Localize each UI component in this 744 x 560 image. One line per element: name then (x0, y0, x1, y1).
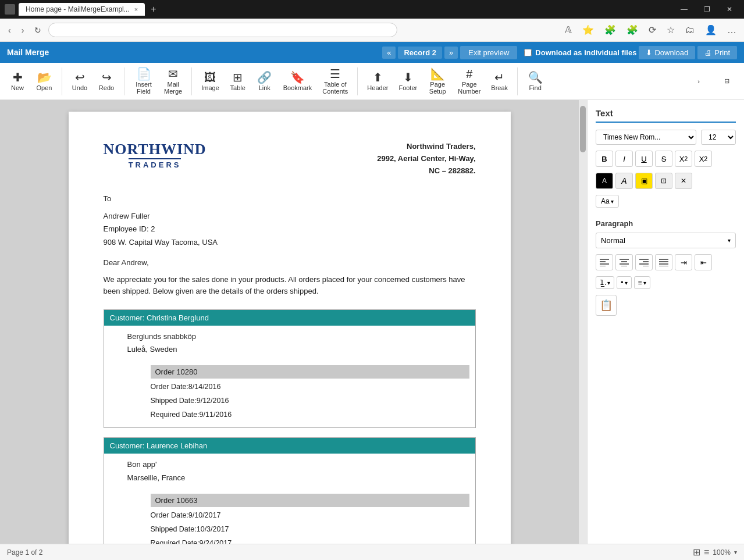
order-num-1-0: Order 10280 (151, 365, 469, 379)
minimize-button[interactable]: — (674, 5, 695, 13)
profile-icon[interactable]: 🧩 (624, 23, 641, 37)
italic-button[interactable]: I (615, 151, 633, 167)
align-justify-button[interactable] (655, 254, 672, 270)
page-number-button[interactable]: # Page Number (453, 66, 485, 97)
favorites-icon[interactable]: ⭐ (579, 23, 597, 37)
paragraph-style-dropdown[interactable]: Normal ▾ (596, 233, 736, 248)
strikethrough-button[interactable]: S (655, 151, 672, 167)
clear-format-button[interactable]: ✕ (675, 173, 692, 189)
maximize-button[interactable]: ❐ (697, 5, 717, 13)
undo-button[interactable]: ↩ Undo (67, 69, 92, 94)
bullet-list-button[interactable]: • ▾ (617, 276, 631, 289)
customer-name-2: Customer: Laurence Lebihan (110, 441, 208, 450)
underline-button[interactable]: U (635, 151, 653, 167)
superscript-button[interactable]: X2 (675, 151, 692, 167)
highlight-color-button[interactable]: ▣ (635, 173, 653, 189)
mail-merge-icon: ✉ (168, 68, 178, 80)
scrollbar-thumb[interactable] (580, 106, 586, 152)
open-button[interactable]: 📂 Open (31, 69, 57, 94)
tab-label: Home page - MailMergeExampl... (26, 5, 130, 13)
new-button[interactable]: ✚ New (5, 69, 30, 94)
extension-icon[interactable]: 🧩 (601, 23, 619, 37)
numbered-list-chevron: ▾ (607, 280, 610, 286)
prev-record-button[interactable]: « (382, 47, 396, 59)
back-button[interactable]: ‹ (5, 23, 15, 37)
font-family-select[interactable]: Times New Rom... (596, 130, 696, 145)
recipient-name: Andrew Fuller (104, 210, 476, 223)
list-view-icon[interactable]: ≡ (704, 547, 709, 558)
bookmark-icon: 🔖 (290, 72, 305, 83)
download-button[interactable]: ⬇ Download (639, 46, 695, 59)
break-button[interactable]: ↵ Break (486, 69, 512, 94)
mail-merge-button[interactable]: ✉ Mail Merge (159, 66, 187, 97)
settings-icon[interactable]: … (724, 23, 739, 37)
font-size-select[interactable]: 12 (701, 130, 736, 145)
find-button[interactable]: 🔍 Find (522, 69, 548, 94)
toolbar-panel-button[interactable]: ⊟ (714, 75, 739, 87)
refresh-button[interactable]: ↻ (31, 23, 45, 37)
url-box[interactable]: https://localhost:44389 (48, 23, 397, 37)
header-button[interactable]: ⬆ Header (362, 69, 393, 94)
font-row: Times New Rom... 12 (596, 130, 736, 145)
bold-button[interactable]: B (596, 151, 613, 167)
subscript-button[interactable]: X2 (695, 151, 712, 167)
align-right-button[interactable] (635, 254, 653, 270)
align-left-button[interactable] (596, 254, 613, 270)
panel-icon: ⊟ (724, 77, 729, 85)
collections-icon[interactable]: 🗂 (682, 23, 697, 37)
footer-icon: ⬇ (403, 72, 413, 83)
next-record-button[interactable]: » (444, 47, 458, 59)
toolbar-right: › ⊟ (686, 75, 739, 87)
url-input[interactable]: https://localhost:44389 (56, 26, 390, 34)
exit-preview-button[interactable]: Exit preview (460, 46, 517, 59)
zoom-dropdown-chevron[interactable]: ▾ (734, 549, 737, 555)
toolbar-expand-button[interactable]: › (686, 76, 711, 87)
page-number-label: Page Number (458, 81, 480, 95)
image-button[interactable]: 🖼 Image (197, 69, 224, 94)
grid-view-icon[interactable]: ⊞ (693, 547, 700, 558)
add-tab-button[interactable]: + (147, 4, 159, 15)
read-mode-icon[interactable]: 𝔸 (562, 23, 575, 37)
undo-label: Undo (72, 84, 87, 91)
page-setup-button[interactable]: 📐 Page Setup (423, 66, 452, 97)
align-center-button[interactable] (615, 254, 633, 270)
link-button[interactable]: 🔗 Link (252, 69, 277, 94)
numbered-list-icon: 1̲. (600, 279, 606, 287)
footer-label: Footer (398, 84, 417, 91)
indent-more-button[interactable]: ⇥ (675, 254, 692, 270)
title-bar: Home page - MailMergeExampl... × + — ❐ ✕ (0, 0, 744, 19)
download-individual-checkbox[interactable] (524, 49, 532, 56)
shipped-date-1-0: Shipped Date:9/12/2016 (151, 394, 469, 408)
record-label: Record 2 (398, 47, 442, 59)
multilevel-list-button[interactable]: ≡ ▾ (634, 276, 650, 289)
footer-button[interactable]: ⬇ Footer (394, 69, 422, 94)
document-area[interactable]: NORTHWIND TRADERS Northwind Traders, 299… (0, 100, 579, 544)
redo-button[interactable]: ↪ Redo (94, 69, 119, 94)
bookmark-button[interactable]: 🔖 Bookmark (279, 69, 317, 94)
bookmarks-icon[interactable]: ☆ (664, 23, 678, 37)
forward-button[interactable]: › (18, 23, 28, 37)
close-tab-button[interactable]: × (134, 6, 138, 13)
text-color-button[interactable]: A (596, 173, 613, 189)
document-page: NORTHWIND TRADERS Northwind Traders, 299… (69, 112, 511, 544)
insert-field-button[interactable]: 📄 Insert Field (129, 66, 158, 97)
customer-header-2: Customer: Laurence Lebihan (104, 438, 475, 454)
separator-3 (191, 67, 192, 95)
font-color-button[interactable]: A (615, 173, 633, 189)
format-row-1: B I U S X2 X2 (596, 151, 736, 167)
account-icon[interactable]: 👤 (702, 23, 720, 37)
find-label: Find (529, 84, 541, 91)
sync-icon[interactable]: ⟳ (646, 23, 659, 37)
indent-less-button[interactable]: ⇤ (695, 254, 712, 270)
scrollbar-track[interactable] (579, 100, 587, 544)
border-color-button[interactable]: ⊡ (655, 173, 672, 189)
table-button[interactable]: ⊞ Table (225, 69, 251, 94)
paste-button[interactable]: 📋 (596, 295, 617, 316)
print-button[interactable]: 🖨 Print (697, 46, 737, 59)
case-button[interactable]: Aa ▾ (596, 195, 619, 208)
browser-tab[interactable]: Home page - MailMergeExampl... × (19, 3, 145, 16)
close-window-button[interactable]: ✕ (720, 5, 739, 13)
toc-button[interactable]: ☰ Table of Contents (318, 66, 353, 97)
numbered-list-button[interactable]: 1̲. ▾ (596, 276, 614, 289)
customer-location-1: Luleå, Sweden (127, 343, 469, 356)
